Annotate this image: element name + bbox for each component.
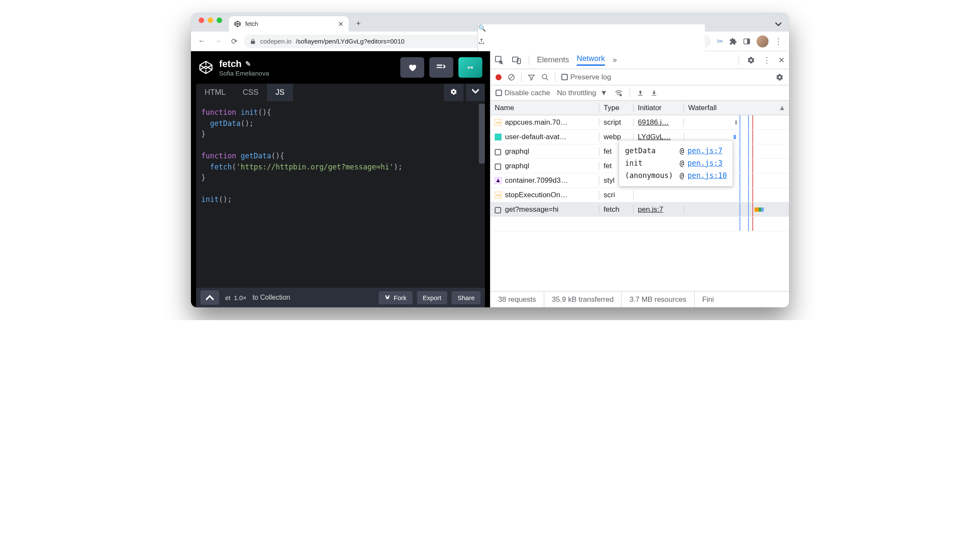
- row-name: graphql: [505, 147, 529, 156]
- minimize-window-icon[interactable]: [208, 18, 213, 23]
- editor-scrollbar[interactable]: [479, 104, 485, 163]
- maximize-window-icon[interactable]: [217, 18, 222, 23]
- layout-button[interactable]: [429, 57, 453, 78]
- back-button[interactable]: ←: [195, 37, 208, 46]
- devtools-close-icon[interactable]: ✕: [778, 55, 785, 65]
- row-initiator[interactable]: 69186.j…: [634, 118, 684, 127]
- export-button[interactable]: Export: [417, 291, 447, 304]
- network-conditions-icon[interactable]: [614, 89, 623, 97]
- row-name: appcues.main.70…: [505, 118, 567, 127]
- tooltip-link[interactable]: pen.js:3: [687, 157, 722, 169]
- edit-title-icon[interactable]: ✎: [245, 60, 251, 68]
- url-host: codepen.io: [260, 38, 291, 45]
- file-type-icon: <>: [495, 192, 502, 198]
- browser-tab[interactable]: fetch ✕: [229, 16, 349, 32]
- tooltip-link[interactable]: pen.js:10: [687, 169, 727, 182]
- col-name[interactable]: Name: [490, 104, 599, 112]
- network-statusbar: 38 requests 35.9 kB transferred 3.7 MB r…: [490, 291, 789, 307]
- lock-icon: [250, 38, 256, 44]
- svg-rect-10: [495, 134, 502, 140]
- zoom-icon[interactable]: 🔍: [478, 24, 705, 32]
- devtools-menu-icon[interactable]: ⋮: [763, 55, 771, 65]
- col-initiator[interactable]: Initiator: [634, 104, 684, 112]
- svg-point-7: [619, 94, 622, 96]
- scissors-extension-icon[interactable]: ✂: [717, 37, 723, 46]
- tab-network[interactable]: Network: [577, 54, 605, 66]
- user-avatar-button[interactable]: ••: [458, 57, 482, 78]
- extensions-icon[interactable]: [729, 38, 737, 45]
- tabs-dropdown-icon[interactable]: [775, 21, 781, 27]
- network-table: Name Type Initiator Waterfall▲ <>appcues…: [490, 101, 789, 291]
- side-panel-icon[interactable]: [743, 38, 751, 45]
- devtools-panel: Elements Network » ⋮ ✕: [490, 51, 789, 307]
- footer-expand-icon[interactable]: [200, 290, 219, 305]
- inspect-element-icon[interactable]: [495, 55, 504, 65]
- status-resources: 3.7 MB resources: [622, 292, 694, 307]
- url-field[interactable]: codepen.io/sofiayem/pen/LYdGvLg?editors=…: [244, 35, 711, 48]
- status-requests: 38 requests: [490, 292, 544, 307]
- pen-author: Sofia Emelianova: [219, 70, 269, 77]
- file-type-icon: [495, 148, 502, 155]
- file-type-icon: [495, 163, 502, 169]
- row-name: get?message=hi: [505, 205, 558, 214]
- svg-text:<>: <>: [496, 120, 501, 125]
- share-button[interactable]: Share: [452, 291, 481, 304]
- throttling-select[interactable]: No throttling ▼: [557, 89, 607, 97]
- close-tab-icon[interactable]: ✕: [338, 20, 343, 28]
- download-har-icon[interactable]: [651, 90, 657, 96]
- tab-html[interactable]: HTML: [196, 84, 234, 101]
- browser-menu-icon[interactable]: ⋮: [775, 38, 782, 45]
- editor-dropdown-icon[interactable]: [466, 84, 485, 101]
- search-icon[interactable]: [541, 73, 549, 81]
- filter-icon[interactable]: [528, 73, 535, 81]
- device-toggle-icon[interactable]: [512, 55, 521, 65]
- tab-elements[interactable]: Elements: [537, 55, 569, 64]
- code-editor[interactable]: function init(){ getData(); } function g…: [196, 101, 485, 288]
- tab-js[interactable]: JS: [267, 84, 293, 101]
- share-page-icon[interactable]: [478, 38, 705, 45]
- row-name: container.7099d3…: [505, 176, 568, 185]
- disable-cache-checkbox[interactable]: Disable cache: [496, 89, 550, 97]
- network-settings-icon[interactable]: [775, 73, 784, 82]
- status-finish: Fini: [695, 292, 722, 307]
- col-type[interactable]: Type: [599, 104, 634, 112]
- status-transferred: 35.9 kB transferred: [544, 292, 622, 307]
- close-window-icon[interactable]: [199, 18, 204, 23]
- row-waterfall: [684, 115, 789, 129]
- fork-button[interactable]: Fork: [379, 291, 413, 304]
- row-name: graphql: [505, 162, 529, 170]
- tooltip-link[interactable]: pen.js:7: [687, 145, 722, 157]
- row-name: user-default-avat…: [505, 133, 567, 141]
- devtools-tabbar: Elements Network » ⋮ ✕: [490, 51, 789, 69]
- file-type-icon: [495, 134, 502, 140]
- col-waterfall[interactable]: Waterfall▲: [684, 104, 789, 112]
- to-collection-button[interactable]: to Collection: [252, 294, 290, 301]
- forward-button[interactable]: →: [211, 37, 224, 46]
- pen-title: fetch: [219, 58, 242, 70]
- devtools-settings-icon[interactable]: [747, 56, 755, 64]
- heart-button[interactable]: [400, 57, 424, 78]
- file-type-icon: [495, 206, 502, 213]
- row-initiator[interactable]: pen.js:7: [634, 205, 684, 214]
- upload-har-icon[interactable]: [637, 90, 644, 96]
- table-header-row: Name Type Initiator Waterfall▲: [490, 101, 789, 115]
- file-type-icon: [495, 177, 502, 184]
- svg-text:<>: <>: [496, 193, 501, 198]
- new-tab-button[interactable]: +: [352, 17, 365, 30]
- tab-css[interactable]: CSS: [234, 84, 267, 101]
- reload-button[interactable]: ⟳: [228, 37, 241, 46]
- row-type: fetch: [599, 205, 634, 214]
- preserve-log-checkbox[interactable]: Preserve log: [561, 73, 611, 82]
- network-toolbar-2: Disable cache No throttling ▼: [490, 85, 789, 101]
- table-row[interactable]: <>appcues.main.70… script 69186.j…: [490, 115, 789, 130]
- editor-settings-icon[interactable]: [444, 84, 464, 101]
- more-tabs-icon[interactable]: »: [613, 55, 617, 64]
- table-row[interactable]: <>stopExecutionOn… scri: [490, 188, 789, 202]
- browser-window: fetch ✕ + ← → ⟳ codepen.io/sofiayem/pen/…: [191, 13, 789, 307]
- codepen-logo-icon: [199, 60, 213, 75]
- clear-button[interactable]: [508, 73, 515, 81]
- record-button[interactable]: [496, 74, 502, 80]
- codepen-footer: et 1.0× to Collection Fork Export Share: [196, 288, 485, 307]
- table-row[interactable]: get?message=hi fetch pen.js:7: [490, 202, 789, 217]
- profile-avatar[interactable]: [757, 35, 769, 47]
